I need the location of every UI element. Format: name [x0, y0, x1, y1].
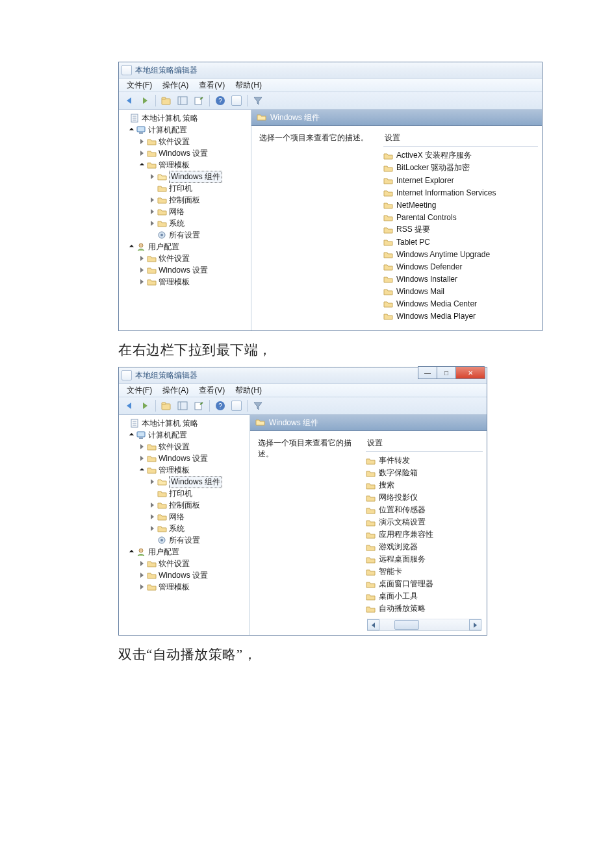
titlebar[interactable]: 本地组策略编辑器 [119, 62, 542, 79]
collapse-icon[interactable] [138, 467, 145, 473]
help-button[interactable]: ? [213, 93, 227, 108]
menu-help[interactable]: 帮助(H) [231, 384, 266, 397]
horizontal-scrollbar[interactable] [367, 619, 481, 631]
tree-user-windows-settings[interactable]: Windows 设置 [120, 264, 249, 276]
list-item[interactable]: 演示文稿设置 [366, 516, 483, 528]
tree-windows-components[interactable]: Windows 组件 [120, 171, 249, 182]
tree-printers[interactable]: 打印机 [120, 488, 248, 499]
expand-icon[interactable] [149, 173, 155, 180]
list-item[interactable]: RSS 提要 [383, 223, 538, 236]
list-item[interactable]: Parental Controls [383, 211, 538, 223]
list-item[interactable]: Windows Installer [383, 273, 538, 285]
tree-windows-components[interactable]: Windows 组件 [120, 476, 248, 488]
tree-user-config[interactable]: 用户配置 [120, 241, 249, 253]
titlebar[interactable]: 本地组策略编辑器 — □ ✕ [119, 367, 487, 384]
tree-user-config[interactable]: 用户配置 [120, 546, 248, 558]
expand-icon[interactable] [138, 138, 145, 145]
tree-root[interactable]: 本地计算机 策略 [120, 112, 249, 124]
settings-list[interactable]: 设置 ActiveX 安装程序服务 BitLocker 驱动器加密 Intern… [383, 132, 538, 328]
tree-system[interactable]: 系统 [120, 523, 248, 534]
tree-user-software-settings[interactable]: 软件设置 [120, 558, 248, 569]
list-item[interactable]: Internet Information Services [383, 186, 538, 199]
up-button[interactable] [159, 93, 173, 108]
expand-icon[interactable] [138, 572, 145, 578]
expand-icon[interactable] [138, 584, 145, 590]
filter-button[interactable] [251, 93, 265, 108]
expand-icon[interactable] [149, 197, 155, 203]
expand-icon[interactable] [149, 502, 155, 508]
tree-all-settings[interactable]: 所有设置 [120, 229, 249, 241]
scrollbar-track[interactable] [379, 619, 470, 630]
list-item[interactable]: 数字保险箱 [366, 467, 483, 479]
list-item[interactable]: Windows Media Player [383, 310, 538, 322]
tree-control-panel[interactable]: 控制面板 [120, 194, 249, 206]
list-item[interactable]: 自动播放策略 [366, 602, 483, 615]
close-button[interactable]: ✕ [455, 366, 485, 379]
forward-button[interactable] [138, 93, 152, 108]
menu-action[interactable]: 操作(A) [159, 79, 192, 92]
menu-help[interactable]: 帮助(H) [231, 79, 266, 92]
menu-file[interactable]: 文件(F) [123, 384, 156, 397]
list-item[interactable]: 事件转发 [366, 454, 483, 467]
list-item[interactable]: NetMeeting [383, 199, 538, 211]
export-button[interactable] [192, 93, 206, 108]
tree-network[interactable]: 网络 [120, 511, 248, 523]
list-item[interactable]: 网络投影仪 [366, 491, 483, 504]
collapse-icon[interactable] [128, 243, 134, 250]
tree-windows-settings[interactable]: Windows 设置 [120, 453, 248, 464]
list-item[interactable]: 位置和传感器 [366, 504, 483, 516]
tree-root[interactable]: 本地计算机 策略 [120, 417, 248, 429]
expand-icon[interactable] [138, 443, 145, 450]
tree-user-admin-templates[interactable]: 管理模板 [120, 581, 248, 593]
list-item[interactable]: Windows Defender [383, 260, 538, 273]
menu-view[interactable]: 查看(V) [195, 384, 229, 397]
back-button[interactable] [122, 93, 136, 108]
tree-pane[interactable]: 本地计算机 策略 计算机配置 软件设置 Windows 设置 管理模板 [119, 110, 251, 330]
expand-icon[interactable] [138, 279, 145, 285]
expand-icon[interactable] [149, 220, 155, 227]
scroll-left-button[interactable] [367, 619, 379, 630]
tree-user-admin-templates[interactable]: 管理模板 [120, 276, 249, 288]
list-item[interactable]: Windows Mail [383, 285, 538, 297]
properties-button[interactable] [229, 93, 244, 108]
tree-control-panel[interactable]: 控制面板 [120, 499, 248, 511]
list-item[interactable]: 智能卡 [366, 565, 483, 578]
list-item[interactable]: 远程桌面服务 [366, 553, 483, 565]
settings-list[interactable]: 设置 事件转发 数字保险箱 搜索 网络投影仪 位置和传感器 演示文稿设置 应用程… [366, 438, 483, 632]
scrollbar-thumb[interactable] [394, 620, 419, 630]
tree-network[interactable]: 网络 [120, 206, 249, 217]
expand-icon[interactable] [149, 525, 155, 532]
menu-action[interactable]: 操作(A) [159, 384, 192, 397]
collapse-icon[interactable] [128, 127, 134, 133]
list-item[interactable]: Tablet PC [383, 236, 538, 248]
expand-icon[interactable] [138, 267, 145, 273]
expand-icon[interactable] [138, 455, 145, 462]
back-button[interactable] [122, 399, 136, 413]
tree-windows-settings[interactable]: Windows 设置 [120, 147, 249, 159]
tree-user-windows-settings[interactable]: Windows 设置 [120, 569, 248, 581]
minimize-button[interactable]: — [418, 366, 437, 379]
tree-admin-templates[interactable]: 管理模板 [120, 464, 248, 476]
expand-icon[interactable] [138, 560, 145, 567]
forward-button[interactable] [138, 399, 152, 413]
expand-icon[interactable] [138, 255, 145, 262]
list-item[interactable]: ActiveX 安装程序服务 [383, 149, 538, 162]
tree-system[interactable]: 系统 [120, 217, 249, 229]
tree-button[interactable] [175, 399, 190, 413]
tree-user-software-settings[interactable]: 软件设置 [120, 253, 249, 264]
menu-file[interactable]: 文件(F) [123, 79, 156, 92]
collapse-icon[interactable] [128, 432, 134, 438]
help-button[interactable]: ? [213, 399, 227, 413]
tree-admin-templates[interactable]: 管理模板 [120, 159, 249, 171]
up-button[interactable] [159, 399, 173, 413]
list-item[interactable]: 桌面小工具 [366, 590, 483, 602]
filter-button[interactable] [251, 399, 265, 413]
tree-computer-config[interactable]: 计算机配置 [120, 124, 249, 136]
expand-icon[interactable] [149, 478, 155, 485]
list-item[interactable]: 应用程序兼容性 [366, 528, 483, 541]
column-header-settings[interactable]: 设置 [383, 132, 538, 147]
expand-icon[interactable] [149, 208, 155, 215]
properties-button[interactable] [229, 399, 244, 413]
list-item[interactable]: 桌面窗口管理器 [366, 578, 483, 590]
scroll-right-button[interactable] [469, 619, 481, 630]
